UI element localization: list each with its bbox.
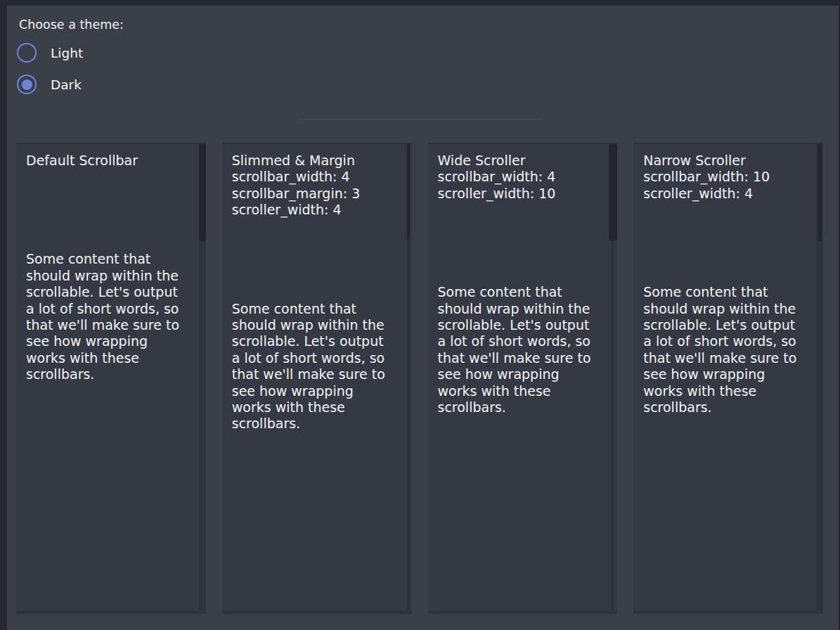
scroll-panel-wide-scroller[interactable]: Wide Scroller scrollbar_width: 4 scrolle… [428, 143, 618, 614]
radio-button-icon[interactable] [17, 43, 37, 63]
scroll-panel-default[interactable]: Default Scrollbar Some content that shou… [16, 143, 206, 614]
scroll-panels-row: Default Scrollbar Some content that shou… [16, 143, 823, 614]
radio-dot-icon [22, 79, 32, 90]
horizontal-divider [299, 119, 541, 120]
scroll-panel-slimmed-margin[interactable]: Slimmed & Margin scrollbar_width: 4 scro… [222, 143, 412, 614]
panel-content: Some content that should wrap within the… [16, 251, 206, 382]
panel-header: Narrow Scroller scrollbar_width: 10 scro… [633, 144, 823, 202]
vertical-scrollbar-thumb[interactable] [199, 144, 206, 240]
vertical-scrollbar-thumb[interactable] [407, 144, 410, 240]
panel-header: Wide Scroller scrollbar_width: 4 scrolle… [428, 144, 618, 202]
panel-content: Some content that should wrap within the… [428, 284, 618, 416]
vertical-scrollbar-thumb[interactable] [818, 144, 822, 240]
radio-option-dark[interactable]: Dark [17, 73, 82, 96]
app-surface: Choose a theme: Light Dark Default Scrol… [7, 6, 839, 630]
horizontal-scrollbar-track[interactable] [428, 610, 618, 614]
radio-label-light[interactable]: Light [51, 46, 83, 60]
radio-option-light[interactable]: Light [17, 41, 83, 64]
horizontal-scrollbar-track[interactable] [633, 610, 823, 614]
radio-button-icon[interactable] [17, 75, 37, 94]
vertical-scrollbar-thumb[interactable] [609, 144, 617, 240]
panel-header: Slimmed & Margin scrollbar_width: 4 scro… [222, 144, 412, 219]
horizontal-scrollbar-track[interactable] [222, 610, 412, 614]
panel-content: Some content that should wrap within the… [633, 284, 823, 416]
scroll-panel-narrow-scroller[interactable]: Narrow Scroller scrollbar_width: 10 scro… [633, 143, 823, 614]
horizontal-scrollbar-track[interactable] [16, 610, 206, 614]
theme-prompt-label: Choose a theme: [19, 18, 124, 32]
radio-dot-icon [22, 48, 32, 58]
panel-header: Default Scrollbar [16, 144, 206, 169]
panel-content: Some content that should wrap within the… [222, 301, 412, 432]
radio-label-dark[interactable]: Dark [51, 77, 82, 92]
